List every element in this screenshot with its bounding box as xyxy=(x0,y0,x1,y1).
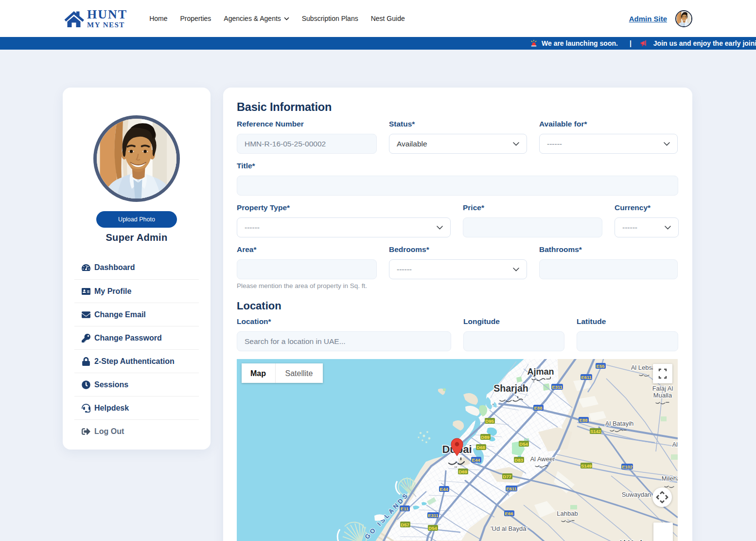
svg-text:D95: D95 xyxy=(485,418,494,424)
svg-text:Falaj Al: Falaj Al xyxy=(652,385,673,392)
svg-text:D68: D68 xyxy=(476,445,485,450)
svg-text:E611: E611 xyxy=(506,486,517,491)
svg-text:Al Madam: Al Madam xyxy=(618,539,653,541)
svg-text:E311: E311 xyxy=(552,384,563,390)
svg-text:Mileha: Mileha xyxy=(662,475,678,482)
svg-text:E311: E311 xyxy=(428,513,439,518)
svg-text:Sharjah: Sharjah xyxy=(493,383,528,394)
svg-text:D54: D54 xyxy=(428,525,437,531)
svg-text:Al Batayih: Al Batayih xyxy=(605,420,634,427)
svg-text:S142: S142 xyxy=(590,429,601,434)
svg-text:E66: E66 xyxy=(505,511,513,516)
svg-text:E611: E611 xyxy=(581,375,592,380)
svg-text:Al: Al xyxy=(672,441,678,448)
svg-text:E11: E11 xyxy=(401,506,409,511)
svg-text:D89: D89 xyxy=(481,434,489,440)
svg-text:Lahbab: Lahbab xyxy=(557,510,578,517)
svg-text:D54: D54 xyxy=(519,441,528,447)
svg-text:E88: E88 xyxy=(534,405,543,411)
svg-text:Al Aweer: Al Aweer xyxy=(530,455,555,463)
svg-text:Ajman: Ajman xyxy=(527,367,554,377)
svg-text:D57: D57 xyxy=(401,522,409,527)
svg-text:D77: D77 xyxy=(503,474,511,479)
svg-text:E55: E55 xyxy=(597,363,605,369)
svg-text:E88: E88 xyxy=(580,417,588,423)
svg-text:E102: E102 xyxy=(622,464,633,469)
svg-text:Suwaydan: Suwaydan xyxy=(622,491,651,498)
svg-text:Satellite: Satellite xyxy=(285,369,313,378)
svg-text:E44: E44 xyxy=(472,457,481,463)
svg-text:'Ud al Bayda': 'Ud al Bayda' xyxy=(491,525,527,532)
svg-text:E44: E44 xyxy=(440,487,449,492)
svg-text:D83: D83 xyxy=(514,457,523,463)
svg-text:Mualla: Mualla xyxy=(653,392,672,399)
svg-text:Al Lebsa: Al Lebsa xyxy=(631,364,656,371)
svg-text:S149: S149 xyxy=(581,463,592,469)
svg-text:D69: D69 xyxy=(458,469,467,474)
svg-text:Map: Map xyxy=(250,369,266,378)
